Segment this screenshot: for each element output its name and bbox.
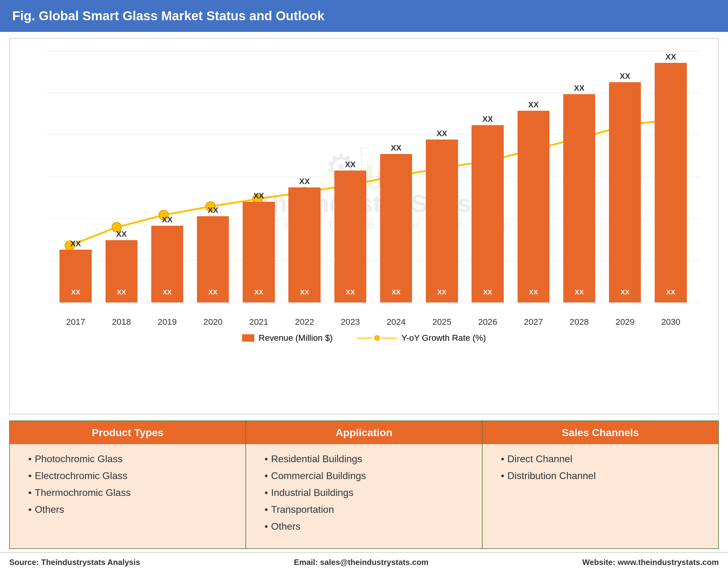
bar-2020: XX: [197, 216, 229, 302]
x-label-2018: 2018: [98, 317, 144, 327]
bar-bottom-label-2018: XX: [117, 288, 126, 296]
section-2-item-0: Direct Channel: [495, 453, 706, 464]
legend-line: [382, 338, 397, 339]
section-body-2: Direct ChannelDistribution Channel: [482, 444, 718, 548]
section-1-item-4: Others: [258, 521, 469, 532]
bar-top-label-2022: XX: [299, 177, 310, 186]
bar-top-label-2024: XX: [391, 143, 402, 153]
footer-email: Email: sales@theindustrystats.com: [294, 558, 428, 567]
section-2-item-1: Distribution Channel: [495, 470, 706, 482]
bar-group-2022: XXXX: [282, 51, 327, 302]
bar-bottom-label-2023: XX: [346, 288, 355, 296]
revenue-label: Revenue (Million $): [259, 333, 333, 343]
bar-2023: XX: [334, 170, 366, 302]
source-value: Theindustrystats Analysis: [41, 558, 140, 567]
section-body-1: Residential BuildingsCommercial Building…: [246, 444, 482, 548]
bar-2022: XX: [288, 188, 320, 302]
bar-group-2030: XXXX: [648, 51, 693, 302]
grid-line: [47, 302, 700, 303]
legend-dot: [374, 335, 380, 341]
x-axis: 2017201820192020202120222023202420252026…: [47, 317, 700, 327]
bar-top-label-2019: XX: [162, 215, 173, 224]
footer-source: Source: Theindustrystats Analysis: [9, 558, 140, 567]
x-label-2028: 2028: [556, 317, 602, 327]
source-label: Source:: [9, 558, 39, 567]
growth-line-swatch: [357, 335, 397, 341]
section-0-item-1: Electrochromic Glass: [22, 470, 233, 482]
bar-bottom-label-2024: XX: [391, 288, 400, 296]
x-label-2027: 2027: [511, 317, 556, 327]
bar-top-label-2028: XX: [574, 83, 585, 93]
chart-title: Fig. Global Smart Glass Market Status an…: [12, 9, 325, 23]
bar-top-label-2021: XX: [253, 191, 264, 201]
section-0-item-0: Photochromic Glass: [22, 453, 233, 464]
bar-bottom-label-2026: XX: [483, 288, 492, 296]
bar-2026: XX: [471, 125, 504, 302]
section-1-item-2: Industrial Buildings: [258, 487, 469, 498]
section-header-2: Sales Channels: [482, 421, 718, 444]
section-0: Product TypesPhotochromic GlassElectroch…: [10, 421, 246, 548]
bar-bottom-label-2025: XX: [438, 288, 446, 296]
x-label-2021: 2021: [236, 317, 282, 327]
chart-legend: Revenue (Million $) Y-oY Growth Rate (%): [28, 333, 700, 343]
x-label-2025: 2025: [419, 317, 465, 327]
bar-group-2019: XXXX: [144, 51, 190, 302]
bar-group-2026: XXXX: [465, 51, 511, 302]
bar-2019: XX: [151, 226, 183, 302]
section-0-item-2: Thermochromic Glass: [22, 487, 233, 498]
bar-group-2017: XXXX: [53, 51, 98, 302]
footer: Source: Theindustrystats Analysis Email:…: [0, 552, 728, 572]
bar-bottom-label-2029: XX: [620, 288, 630, 296]
bar-group-2028: XXXX: [556, 51, 602, 302]
section-header-0: Product Types: [10, 421, 246, 444]
bar-top-label-2025: XX: [437, 129, 447, 138]
bar-2018: XX: [106, 240, 137, 302]
bar-2021: XX: [243, 202, 275, 302]
bar-bottom-label-2028: XX: [575, 288, 584, 296]
bar-top-label-2018: XX: [116, 229, 127, 239]
bar-group-2027: XXXX: [511, 51, 556, 302]
revenue-swatch: [242, 334, 254, 342]
email-value: sales@theindustrystats.com: [320, 558, 428, 567]
bar-top-label-2027: XX: [528, 100, 539, 110]
legend-revenue: Revenue (Million $): [242, 333, 333, 343]
chart-wrapper: ⚙📊 The Industry Stats m a r k e t r e s …: [28, 51, 700, 327]
bar-2030: XX: [655, 63, 686, 302]
bar-2025: XX: [426, 140, 458, 302]
x-label-2023: 2023: [327, 317, 373, 327]
bar-2024: XX: [380, 154, 412, 302]
website-value: www.theindustrystats.com: [617, 558, 719, 567]
x-label-2019: 2019: [144, 317, 190, 327]
bar-top-label-2026: XX: [482, 115, 493, 124]
bar-group-2021: XXXX: [236, 51, 282, 302]
bars-container: XXXXXXXXXXXXXXXXXXXXXXXXXXXXXXXXXXXXXXXX…: [47, 51, 700, 302]
x-label-2022: 2022: [282, 317, 327, 327]
x-label-2024: 2024: [373, 317, 419, 327]
bar-2028: XX: [563, 94, 595, 302]
legend-line: [357, 338, 373, 339]
bar-top-label-2029: XX: [620, 71, 631, 81]
bar-top-label-2030: XX: [665, 52, 676, 62]
section-2: Sales ChannelsDirect ChannelDistribution…: [482, 421, 718, 548]
section-body-0: Photochromic GlassElectrochromic GlassTh…: [10, 444, 246, 548]
bar-bottom-label-2022: XX: [300, 288, 309, 296]
bar-bottom-label-2019: XX: [162, 288, 172, 296]
bar-group-2018: XXXX: [98, 51, 144, 302]
bar-2027: XX: [518, 111, 549, 302]
footer-website: Website: www.theindustrystats.com: [582, 558, 719, 567]
chart-area: ⚙📊 The Industry Stats m a r k e t r e s …: [9, 38, 719, 414]
x-label-2017: 2017: [53, 317, 98, 327]
main-container: Fig. Global Smart Glass Market Status an…: [0, 0, 728, 572]
section-0-item-3: Others: [22, 504, 233, 515]
bar-group-2023: XXXX: [327, 51, 373, 302]
legend-growth: Y-oY Growth Rate (%): [357, 333, 486, 343]
chart-header: Fig. Global Smart Glass Market Status an…: [0, 0, 728, 32]
bar-bottom-label-2021: XX: [254, 288, 263, 296]
bar-2017: XX: [60, 249, 91, 302]
section-1-item-0: Residential Buildings: [258, 453, 469, 464]
bar-top-label-2020: XX: [208, 206, 218, 215]
section-1-item-1: Commercial Buildings: [258, 470, 469, 482]
section-1-item-3: Transportation: [258, 504, 469, 515]
bar-bottom-label-2027: XX: [529, 288, 538, 296]
bar-top-label-2017: XX: [70, 239, 81, 248]
